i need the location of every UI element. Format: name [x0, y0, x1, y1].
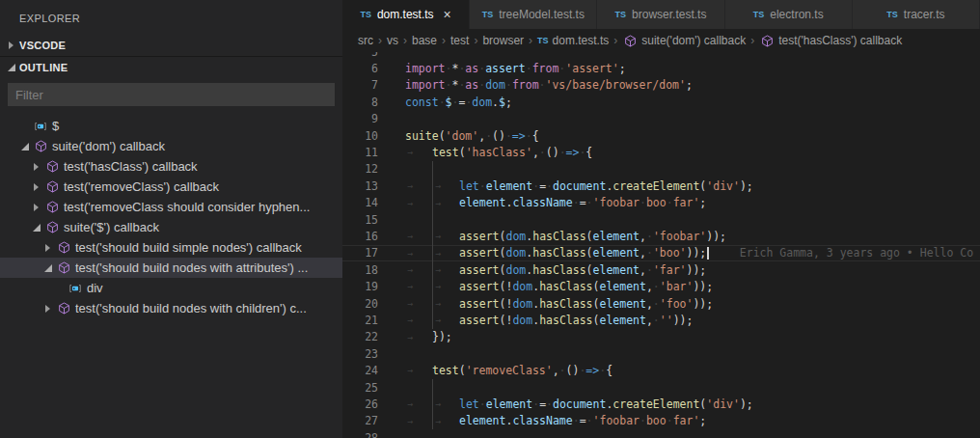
chevron-right-icon [6, 41, 19, 50]
whitespace-dot: · [653, 314, 660, 327]
code-line[interactable]: 15 [342, 211, 980, 228]
breadcrumb-item[interactable]: test('hasClass') callback [759, 33, 902, 48]
breadcrumb-label: src [358, 34, 373, 47]
section-vscode[interactable]: VSCODE [0, 35, 342, 56]
code-line[interactable]: 12 [342, 161, 980, 178]
breadcrumb-item[interactable]: test [450, 34, 469, 47]
line-number[interactable]: 5 [342, 52, 378, 59]
outline-tree: $suite('dom') callbacktest('hasClass') c… [0, 116, 342, 318]
code-line[interactable]: 5 [342, 52, 980, 60]
outline-item[interactable]: test('hasClass') callback [0, 156, 342, 177]
whitespace-dot: · [546, 397, 553, 411]
line-content: →→let·element·=·document.createElement('… [405, 178, 753, 194]
outline-item[interactable]: test('should build simple nodes') callba… [0, 237, 342, 258]
code-line[interactable]: 10suite('dom',·()·=>·{ [342, 127, 980, 144]
code-line[interactable]: 26→→let·element·=·document.createElement… [342, 396, 980, 412]
code-line[interactable]: 13→→let·element·=·document.createElement… [342, 178, 980, 194]
outline-item[interactable]: div [0, 278, 342, 298]
line-number[interactable]: 11 [342, 146, 378, 159]
breadcrumb-item[interactable]: vs [387, 34, 398, 47]
breadcrumb-label: base [412, 34, 437, 47]
code-line[interactable]: 14→→element.className·=·'foobar·boo·far'… [342, 195, 980, 211]
code-token: , [553, 364, 559, 377]
line-number[interactable]: 17 [342, 246, 378, 260]
code-line[interactable]: 22→}); [342, 329, 980, 345]
code-token: dom [505, 230, 526, 243]
outline-item[interactable]: test('should build nodes with children')… [0, 298, 342, 318]
section-outline[interactable]: OUTLINE [0, 56, 342, 77]
code-line[interactable]: 16→→assert(dom.hasClass(element,·'foobar… [342, 228, 980, 244]
line-number[interactable]: 6 [342, 62, 378, 75]
twisty-collapsed-icon[interactable] [31, 203, 44, 212]
code-line[interactable]: 18→→assert(dom.hasClass(element,·'far'))… [342, 261, 980, 278]
tab-electron.ts[interactable]: TSelectron.ts [725, 0, 853, 29]
outline-item[interactable]: test('should build nodes with attributes… [0, 258, 342, 278]
twisty-collapsed-icon[interactable] [42, 243, 56, 253]
code-line[interactable]: 19→→assert(!dom.hasClass(element,·'bar')… [342, 278, 980, 294]
breadcrumb-item[interactable]: suite('dom') callback [622, 33, 746, 48]
code-line[interactable]: 21→→assert(!dom.hasClass(element,·'')); [342, 312, 980, 328]
line-number[interactable]: 20 [342, 297, 378, 311]
twisty-expanded-icon[interactable] [42, 263, 56, 273]
line-number[interactable]: 18 [342, 263, 378, 277]
breadcrumb-item[interactable]: base [412, 34, 437, 47]
outline-item[interactable]: $ [0, 116, 342, 136]
tab-treeModel.test.ts[interactable]: TStreeModel.test.ts [470, 0, 597, 29]
line-number[interactable]: 12 [342, 162, 378, 176]
code-line[interactable]: 20→→assert(!dom.hasClass(element,·'foo')… [342, 295, 980, 312]
twisty-collapsed-icon[interactable] [42, 304, 56, 314]
code-line[interactable]: 6import·*·as·assert·from·'assert'; [342, 60, 980, 76]
outline-filter-input[interactable] [8, 83, 335, 106]
line-number[interactable]: 22 [342, 330, 378, 343]
line-number[interactable]: 15 [342, 213, 378, 227]
breadcrumb-item[interactable]: browser [482, 34, 524, 47]
line-number[interactable]: 19 [342, 280, 378, 293]
line-number[interactable]: 14 [342, 196, 378, 209]
line-number[interactable]: 23 [342, 347, 378, 361]
tab-whitespace-icon: → [432, 261, 459, 278]
line-number[interactable]: 21 [342, 314, 378, 327]
twisty-expanded-icon[interactable] [31, 223, 44, 233]
code-line[interactable]: 28 [342, 429, 980, 438]
breadcrumb-item[interactable]: src [358, 34, 373, 47]
code-line[interactable]: 17→→assert(dom.hasClass(element,·'boo'))… [342, 245, 980, 261]
outline-item[interactable]: test('removeClass') callback [0, 177, 342, 197]
code-line[interactable]: 11→test('hasClass',·()·=>·{ [342, 144, 980, 160]
ts-file-icon: TS [360, 10, 371, 19]
twisty-collapsed-icon[interactable] [31, 162, 44, 172]
code-line[interactable]: 27→→element.className·=·'foobar·boo·far'… [342, 413, 980, 429]
line-number[interactable]: 13 [342, 179, 378, 193]
breadcrumb-item[interactable]: TSdom.test.ts [537, 34, 609, 47]
code-token: )); [693, 280, 713, 293]
code-editor[interactable]: 56import·*·as·assert·from·'assert';7impo… [342, 52, 980, 438]
line-number[interactable]: 27 [342, 414, 378, 427]
code-line[interactable]: 9 [342, 111, 980, 127]
close-icon[interactable]: × [444, 8, 451, 21]
line-number[interactable]: 25 [342, 381, 378, 395]
outline-item[interactable]: test('removeClass should consider hyphen… [0, 197, 342, 217]
twisty-expanded-icon[interactable] [19, 142, 33, 151]
tab-tracer.ts[interactable]: TStracer.ts [853, 0, 980, 29]
line-number[interactable]: 16 [342, 230, 378, 243]
line-number[interactable]: 28 [342, 431, 378, 438]
line-number[interactable]: 10 [342, 129, 378, 143]
code-line[interactable]: 7import·*·as·dom·from·'vs/base/browser/d… [342, 77, 980, 94]
code-line[interactable]: 24→test('removeClass',·()·=>·{ [342, 362, 980, 378]
outline-item-label: suite('dom') callback [52, 139, 165, 153]
code-line[interactable]: 25 [342, 379, 980, 396]
tab-browser.test.ts[interactable]: TSbrowser.test.ts [597, 0, 724, 29]
ts-file-icon: TS [615, 10, 627, 19]
tab-dom.test.ts[interactable]: TSdom.test.ts× [342, 0, 470, 29]
line-number[interactable]: 24 [342, 364, 378, 377]
twisty-collapsed-icon[interactable] [31, 182, 44, 192]
code-line[interactable]: 23 [342, 345, 980, 362]
line-number[interactable]: 9 [342, 112, 378, 125]
outline-item[interactable]: suite('$') callback [0, 217, 342, 237]
whitespace-dot: · [667, 414, 673, 427]
line-number[interactable]: 8 [342, 96, 378, 109]
code-line[interactable]: 8const·$·=·dom.$; [342, 94, 980, 110]
breadcrumb-separator-icon: › [378, 34, 382, 47]
line-number[interactable]: 7 [342, 78, 378, 92]
line-number[interactable]: 26 [342, 397, 378, 411]
outline-item[interactable]: suite('dom') callback [0, 136, 342, 156]
